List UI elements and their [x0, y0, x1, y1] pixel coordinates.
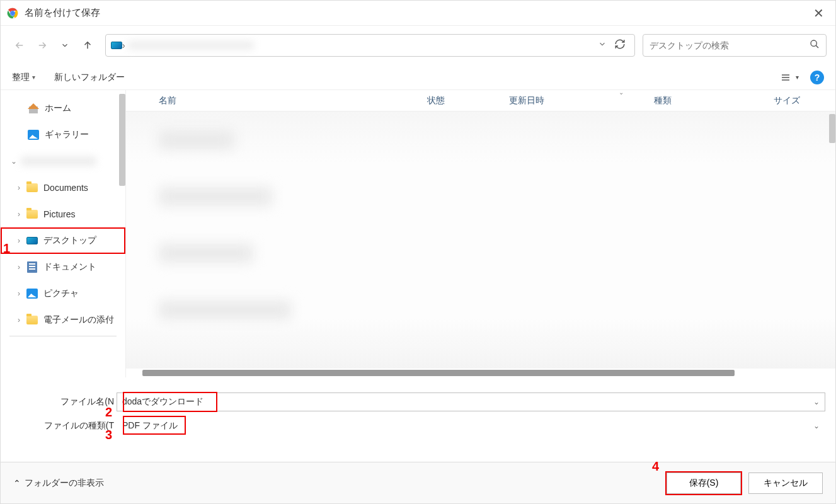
chevron-right-icon: ›: [12, 263, 26, 272]
file-row[interactable]: [126, 282, 835, 338]
col-type[interactable]: 種類: [630, 95, 750, 106]
sidebar-pics-jp[interactable]: › ピクチャ: [1, 280, 125, 307]
col-name[interactable]: 名前: [126, 95, 403, 106]
filename-value: dodaでダウンロード: [122, 396, 203, 408]
chevron-right-icon: ›: [12, 236, 26, 245]
organize-label: 整理: [12, 72, 30, 83]
path-separator: ›: [122, 40, 125, 50]
filetype-label: ファイルの種類(T: [11, 420, 117, 432]
sidebar-docs-jp[interactable]: › ドキュメント: [1, 254, 125, 280]
view-toggle[interactable]: ▾: [779, 72, 799, 83]
help-button[interactable]: ?: [810, 71, 824, 84]
cancel-button[interactable]: キャンセル: [748, 472, 823, 494]
desktop-icon: [26, 237, 38, 244]
chevron-down-icon[interactable]: ⌄: [813, 398, 820, 406]
home-icon: [28, 103, 39, 113]
organize-menu[interactable]: 整理▾: [12, 72, 35, 83]
address-bar[interactable]: ›: [105, 34, 635, 57]
recent-dropdown[interactable]: [55, 35, 75, 55]
sidebar-home-label: ホーム: [45, 103, 71, 114]
filetype-row: ファイルの種類(T PDF ファイル ⌄: [11, 416, 825, 435]
refresh-button[interactable]: [610, 38, 629, 52]
sidebar-pics-jp-label: ピクチャ: [43, 288, 79, 299]
hide-folders-toggle[interactable]: ⌃ フォルダーの非表示: [13, 478, 104, 489]
file-vscrollbar[interactable]: [829, 114, 835, 143]
file-row[interactable]: [126, 112, 835, 168]
sidebar-gallery-label: ギャラリー: [45, 129, 89, 140]
chevron-right-icon: ›: [12, 210, 26, 219]
file-area: 名前 状態 更新日時 ⌄ 種類 サイズ: [125, 90, 835, 377]
sidebar-documents-label: Documents: [43, 183, 88, 193]
save-button[interactable]: 保存(S): [667, 472, 741, 494]
new-folder-button[interactable]: 新しいフォルダー: [54, 72, 125, 83]
hide-folders-label: フォルダーの非表示: [25, 478, 104, 489]
gallery-icon: [28, 130, 39, 140]
sidebar-divider: [9, 336, 117, 336]
svg-point-3: [11, 11, 14, 14]
chrome-icon: [7, 8, 18, 19]
sidebar-desktop-label: デスクトップ: [43, 235, 96, 246]
chevron-down-icon[interactable]: ⌄: [813, 421, 820, 430]
search-input[interactable]: [650, 40, 810, 50]
main-area: ホーム ギャラリー ⌄ › Documents › Pictures › デスク…: [1, 90, 835, 377]
back-button[interactable]: [9, 35, 30, 55]
path-blurred: [128, 41, 254, 50]
folder-icon: [26, 316, 38, 324]
window-title: 名前を付けて保存: [25, 7, 808, 19]
titlebar: 名前を付けて保存 ✕: [1, 1, 835, 26]
filetype-value: PDF ファイル: [122, 420, 178, 432]
folder-icon: [26, 183, 38, 192]
sidebar-scrollbar[interactable]: [119, 94, 125, 186]
sidebar-desktop[interactable]: › デスクトップ: [1, 227, 125, 254]
sidebar: ホーム ギャラリー ⌄ › Documents › Pictures › デスク…: [1, 90, 125, 377]
sidebar-collapsed-item[interactable]: ⌄: [1, 148, 125, 175]
folder-icon: [26, 210, 38, 219]
filename-row: ファイル名(N dodaでダウンロード ⌄: [11, 392, 825, 411]
col-state[interactable]: 状態: [403, 95, 485, 106]
desktop-icon: [111, 42, 122, 49]
filename-input[interactable]: dodaでダウンロード ⌄: [117, 392, 825, 411]
chevron-down-icon: ⌄: [7, 157, 21, 166]
file-row[interactable]: [126, 168, 835, 225]
address-dropdown[interactable]: [594, 40, 610, 51]
col-date-label: 更新日時: [509, 95, 544, 105]
file-list[interactable]: [126, 112, 835, 369]
document-icon: [27, 261, 37, 273]
up-button[interactable]: [77, 35, 98, 55]
search-box[interactable]: [643, 34, 827, 57]
sidebar-pictures-label: Pictures: [43, 209, 76, 219]
sidebar-pictures[interactable]: › Pictures: [1, 201, 125, 227]
sidebar-email[interactable]: › 電子メールの添付: [1, 307, 125, 333]
col-date[interactable]: 更新日時 ⌄: [485, 95, 630, 106]
chevron-right-icon: ›: [12, 316, 26, 324]
nav-row: ›: [1, 26, 835, 65]
bottom-inputs: ファイル名(N dodaでダウンロード ⌄ ファイルの種類(T PDF ファイル…: [1, 377, 835, 447]
column-headers: 名前 状態 更新日時 ⌄ 種類 サイズ: [126, 90, 835, 112]
sidebar-documents[interactable]: › Documents: [1, 175, 125, 201]
save-label: 保存(S): [689, 478, 719, 488]
file-row[interactable]: [126, 225, 835, 282]
forward-button[interactable]: [32, 35, 52, 55]
close-button[interactable]: ✕: [808, 6, 829, 21]
sidebar-email-label: 電子メールの添付: [43, 314, 114, 326]
col-size[interactable]: サイズ: [750, 95, 835, 106]
cancel-label: キャンセル: [764, 478, 808, 488]
chevron-right-icon: ›: [12, 183, 26, 192]
sidebar-gallery[interactable]: ギャラリー: [1, 122, 125, 148]
hscroll-thumb[interactable]: [142, 370, 735, 376]
chevron-right-icon: ›: [12, 289, 26, 298]
footer: ⌃ フォルダーの非表示 保存(S) キャンセル: [1, 462, 835, 503]
chevron-up-icon: ⌃: [13, 478, 21, 488]
sidebar-blurred: [21, 156, 96, 166]
filetype-select[interactable]: PDF ファイル ⌄: [117, 416, 825, 435]
new-folder-label: 新しいフォルダー: [54, 72, 125, 83]
sidebar-docs-jp-label: ドキュメント: [43, 261, 96, 273]
chevron-down-icon: ⌄: [619, 89, 624, 96]
sidebar-home[interactable]: ホーム: [1, 95, 125, 122]
pictures-icon: [26, 289, 38, 299]
svg-point-4: [811, 40, 816, 46]
file-hscrollbar[interactable]: [126, 369, 835, 377]
search-icon: [810, 39, 820, 52]
toolbar: 整理▾ 新しいフォルダー ▾ ?: [1, 65, 835, 90]
filename-label: ファイル名(N: [11, 396, 117, 408]
